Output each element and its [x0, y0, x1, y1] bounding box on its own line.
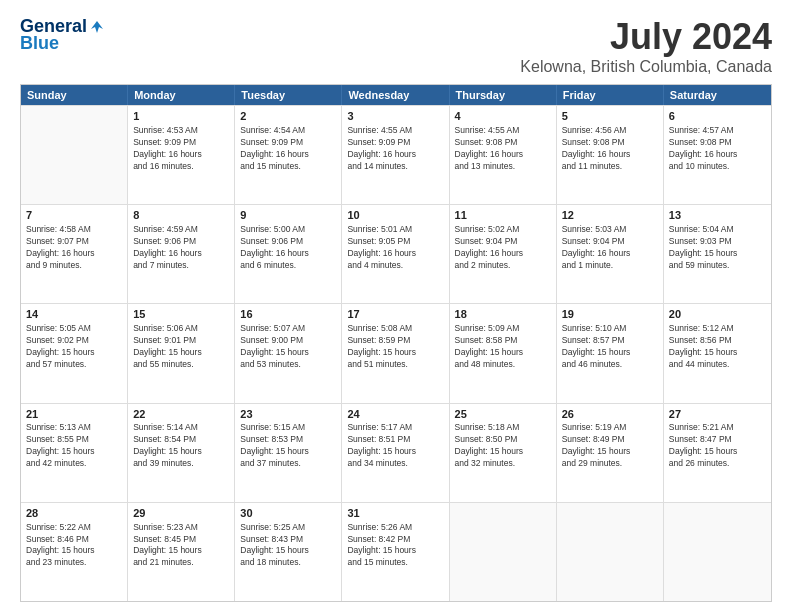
calendar-cell: 30Sunrise: 5:25 AM Sunset: 8:43 PM Dayli…: [235, 503, 342, 601]
day-info: Sunrise: 5:08 AM Sunset: 8:59 PM Dayligh…: [347, 323, 443, 371]
calendar-cell: 10Sunrise: 5:01 AM Sunset: 9:05 PM Dayli…: [342, 205, 449, 303]
calendar-cell: 27Sunrise: 5:21 AM Sunset: 8:47 PM Dayli…: [664, 404, 771, 502]
day-info: Sunrise: 4:56 AM Sunset: 9:08 PM Dayligh…: [562, 125, 658, 173]
header-day-monday: Monday: [128, 85, 235, 105]
day-number: 16: [240, 307, 336, 322]
day-info: Sunrise: 4:55 AM Sunset: 9:08 PM Dayligh…: [455, 125, 551, 173]
day-info: Sunrise: 5:12 AM Sunset: 8:56 PM Dayligh…: [669, 323, 766, 371]
day-number: 22: [133, 407, 229, 422]
calendar-header: SundayMondayTuesdayWednesdayThursdayFrid…: [21, 85, 771, 105]
day-info: Sunrise: 5:02 AM Sunset: 9:04 PM Dayligh…: [455, 224, 551, 272]
day-number: 9: [240, 208, 336, 223]
day-number: 3: [347, 109, 443, 124]
day-info: Sunrise: 5:05 AM Sunset: 9:02 PM Dayligh…: [26, 323, 122, 371]
calendar-cell: 12Sunrise: 5:03 AM Sunset: 9:04 PM Dayli…: [557, 205, 664, 303]
day-info: Sunrise: 5:04 AM Sunset: 9:03 PM Dayligh…: [669, 224, 766, 272]
day-number: 2: [240, 109, 336, 124]
calendar-cell: 18Sunrise: 5:09 AM Sunset: 8:58 PM Dayli…: [450, 304, 557, 402]
calendar-cell: 14Sunrise: 5:05 AM Sunset: 9:02 PM Dayli…: [21, 304, 128, 402]
day-number: 11: [455, 208, 551, 223]
day-info: Sunrise: 5:06 AM Sunset: 9:01 PM Dayligh…: [133, 323, 229, 371]
calendar-cell: 11Sunrise: 5:02 AM Sunset: 9:04 PM Dayli…: [450, 205, 557, 303]
day-number: 4: [455, 109, 551, 124]
day-info: Sunrise: 5:15 AM Sunset: 8:53 PM Dayligh…: [240, 422, 336, 470]
header-day-friday: Friday: [557, 85, 664, 105]
day-info: Sunrise: 5:26 AM Sunset: 8:42 PM Dayligh…: [347, 522, 443, 570]
day-info: Sunrise: 5:00 AM Sunset: 9:06 PM Dayligh…: [240, 224, 336, 272]
day-number: 10: [347, 208, 443, 223]
calendar-cell: 6Sunrise: 4:57 AM Sunset: 9:08 PM Daylig…: [664, 106, 771, 204]
subtitle: Kelowna, British Columbia, Canada: [520, 58, 772, 76]
day-number: 24: [347, 407, 443, 422]
calendar-week-4: 21Sunrise: 5:13 AM Sunset: 8:55 PM Dayli…: [21, 403, 771, 502]
calendar-cell: [21, 106, 128, 204]
header-day-saturday: Saturday: [664, 85, 771, 105]
logo-blue: Blue: [20, 33, 59, 54]
calendar-cell: 9Sunrise: 5:00 AM Sunset: 9:06 PM Daylig…: [235, 205, 342, 303]
day-info: Sunrise: 4:57 AM Sunset: 9:08 PM Dayligh…: [669, 125, 766, 173]
calendar-cell: 26Sunrise: 5:19 AM Sunset: 8:49 PM Dayli…: [557, 404, 664, 502]
day-info: Sunrise: 4:54 AM Sunset: 9:09 PM Dayligh…: [240, 125, 336, 173]
day-info: Sunrise: 5:01 AM Sunset: 9:05 PM Dayligh…: [347, 224, 443, 272]
day-info: Sunrise: 4:55 AM Sunset: 9:09 PM Dayligh…: [347, 125, 443, 173]
day-number: 14: [26, 307, 122, 322]
calendar-cell: [557, 503, 664, 601]
calendar-cell: 22Sunrise: 5:14 AM Sunset: 8:54 PM Dayli…: [128, 404, 235, 502]
day-number: 30: [240, 506, 336, 521]
calendar-body: 1Sunrise: 4:53 AM Sunset: 9:09 PM Daylig…: [21, 105, 771, 601]
calendar-cell: 23Sunrise: 5:15 AM Sunset: 8:53 PM Dayli…: [235, 404, 342, 502]
day-number: 7: [26, 208, 122, 223]
day-info: Sunrise: 5:09 AM Sunset: 8:58 PM Dayligh…: [455, 323, 551, 371]
day-number: 21: [26, 407, 122, 422]
day-number: 31: [347, 506, 443, 521]
calendar-cell: 16Sunrise: 5:07 AM Sunset: 9:00 PM Dayli…: [235, 304, 342, 402]
main-title: July 2024: [520, 16, 772, 58]
calendar-cell: 20Sunrise: 5:12 AM Sunset: 8:56 PM Dayli…: [664, 304, 771, 402]
calendar-cell: [664, 503, 771, 601]
day-info: Sunrise: 5:25 AM Sunset: 8:43 PM Dayligh…: [240, 522, 336, 570]
calendar-week-3: 14Sunrise: 5:05 AM Sunset: 9:02 PM Dayli…: [21, 303, 771, 402]
calendar-cell: 1Sunrise: 4:53 AM Sunset: 9:09 PM Daylig…: [128, 106, 235, 204]
calendar-week-1: 1Sunrise: 4:53 AM Sunset: 9:09 PM Daylig…: [21, 105, 771, 204]
calendar-cell: 17Sunrise: 5:08 AM Sunset: 8:59 PM Dayli…: [342, 304, 449, 402]
day-number: 26: [562, 407, 658, 422]
day-number: 20: [669, 307, 766, 322]
day-info: Sunrise: 5:07 AM Sunset: 9:00 PM Dayligh…: [240, 323, 336, 371]
header-day-thursday: Thursday: [450, 85, 557, 105]
day-number: 18: [455, 307, 551, 322]
calendar-cell: 21Sunrise: 5:13 AM Sunset: 8:55 PM Dayli…: [21, 404, 128, 502]
header-day-tuesday: Tuesday: [235, 85, 342, 105]
day-info: Sunrise: 5:23 AM Sunset: 8:45 PM Dayligh…: [133, 522, 229, 570]
day-info: Sunrise: 5:17 AM Sunset: 8:51 PM Dayligh…: [347, 422, 443, 470]
day-info: Sunrise: 5:13 AM Sunset: 8:55 PM Dayligh…: [26, 422, 122, 470]
day-number: 25: [455, 407, 551, 422]
calendar-cell: 2Sunrise: 4:54 AM Sunset: 9:09 PM Daylig…: [235, 106, 342, 204]
day-number: 8: [133, 208, 229, 223]
calendar-cell: 28Sunrise: 5:22 AM Sunset: 8:46 PM Dayli…: [21, 503, 128, 601]
day-info: Sunrise: 5:22 AM Sunset: 8:46 PM Dayligh…: [26, 522, 122, 570]
calendar-cell: 3Sunrise: 4:55 AM Sunset: 9:09 PM Daylig…: [342, 106, 449, 204]
calendar-cell: 29Sunrise: 5:23 AM Sunset: 8:45 PM Dayli…: [128, 503, 235, 601]
calendar-cell: 19Sunrise: 5:10 AM Sunset: 8:57 PM Dayli…: [557, 304, 664, 402]
header-day-sunday: Sunday: [21, 85, 128, 105]
day-info: Sunrise: 4:58 AM Sunset: 9:07 PM Dayligh…: [26, 224, 122, 272]
day-number: 5: [562, 109, 658, 124]
day-info: Sunrise: 5:18 AM Sunset: 8:50 PM Dayligh…: [455, 422, 551, 470]
day-info: Sunrise: 5:21 AM Sunset: 8:47 PM Dayligh…: [669, 422, 766, 470]
day-info: Sunrise: 4:53 AM Sunset: 9:09 PM Dayligh…: [133, 125, 229, 173]
logo: General Blue: [20, 16, 105, 54]
calendar-cell: [450, 503, 557, 601]
day-number: 23: [240, 407, 336, 422]
calendar-cell: 31Sunrise: 5:26 AM Sunset: 8:42 PM Dayli…: [342, 503, 449, 601]
calendar-week-5: 28Sunrise: 5:22 AM Sunset: 8:46 PM Dayli…: [21, 502, 771, 601]
day-info: Sunrise: 5:10 AM Sunset: 8:57 PM Dayligh…: [562, 323, 658, 371]
day-number: 28: [26, 506, 122, 521]
calendar: SundayMondayTuesdayWednesdayThursdayFrid…: [20, 84, 772, 602]
day-number: 12: [562, 208, 658, 223]
day-number: 19: [562, 307, 658, 322]
svg-marker-0: [91, 21, 103, 33]
calendar-week-2: 7Sunrise: 4:58 AM Sunset: 9:07 PM Daylig…: [21, 204, 771, 303]
day-number: 1: [133, 109, 229, 124]
day-number: 6: [669, 109, 766, 124]
calendar-cell: 24Sunrise: 5:17 AM Sunset: 8:51 PM Dayli…: [342, 404, 449, 502]
